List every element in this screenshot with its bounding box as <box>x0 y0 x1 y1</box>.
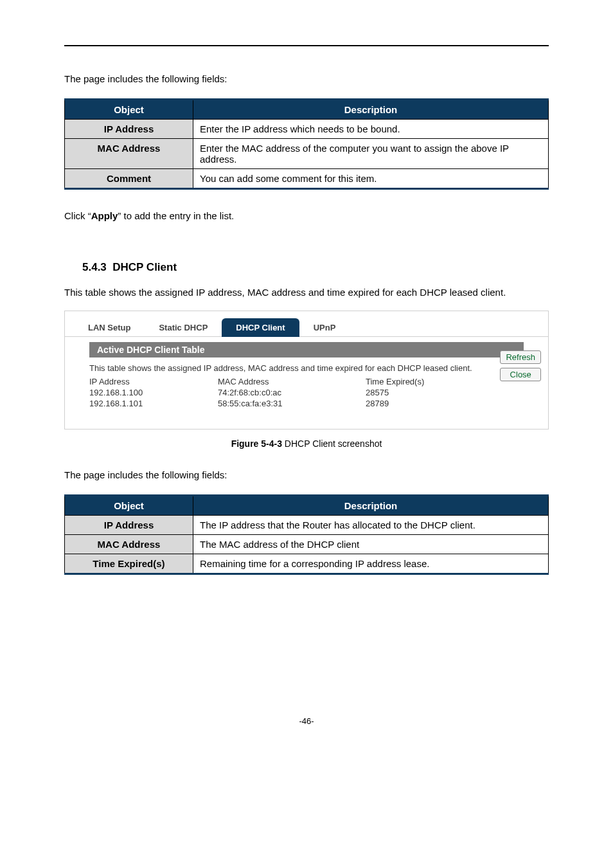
click-suffix: ” to add the entry in the list. <box>118 210 234 221</box>
table2-row1-desc: The MAC address of the DHCP client <box>193 535 549 554</box>
dhcp-table-header: IP Address MAC Address Time Expired(s) <box>89 377 524 386</box>
table1-row0-desc: Enter the IP address which needs to be b… <box>193 120 549 139</box>
table2-row1-object: MAC Address <box>65 535 193 554</box>
section-intro: This table shows the assigned IP address… <box>64 285 549 299</box>
table1-row1-object: MAC Address <box>65 139 193 169</box>
click-prefix: Click “ <box>64 210 91 221</box>
figure-caption: Figure 5-4-3 DHCP Client screenshot <box>64 439 549 449</box>
tab-upnp[interactable]: UPnP <box>299 318 350 337</box>
dhcp-row: 192.168.1.100 74:2f:68:cb:c0:ac 28575 <box>89 388 524 397</box>
section-title: DHCP Client <box>112 261 177 273</box>
panel-title: Active DHCP Client Table <box>89 342 524 357</box>
tab-static-dhcp[interactable]: Static DHCP <box>145 318 222 337</box>
apply-instruction: Click “Apply” to add the entry in the li… <box>64 209 549 222</box>
table2-row2-desc: Remaining time for a corresponding IP ad… <box>193 554 549 574</box>
intro-text-1: The page includes the following fields: <box>64 72 549 86</box>
col-header-time: Time Expired(s) <box>366 377 468 386</box>
dhcp-row: 192.168.1.101 58:55:ca:fa:e3:31 28789 <box>89 399 524 408</box>
table2-row2-object: Time Expired(s) <box>65 554 193 574</box>
refresh-button[interactable]: Refresh <box>500 350 541 364</box>
dhcp-client-screenshot: LAN Setup Static DHCP DHCP Client UPnP A… <box>64 311 549 429</box>
caption-bold: Figure 5-4-3 <box>231 439 282 449</box>
col-header-mac: MAC Address <box>218 377 366 386</box>
table-row: IP Address The IP address that the Route… <box>65 516 549 535</box>
caption-rest: DHCP Client screenshot <box>282 439 382 449</box>
top-rule <box>64 45 549 46</box>
table-row: IP Address Enter the IP address which ne… <box>65 120 549 139</box>
intro-text-2: The page includes the following fields: <box>64 468 549 482</box>
table2-header-object: Object <box>65 496 193 516</box>
dhcp-row0-time: 28575 <box>366 388 468 397</box>
table1-row0-object: IP Address <box>65 120 193 139</box>
panel-desc: This table shows the assigned IP address… <box>89 357 524 375</box>
table2-header-desc: Description <box>193 496 549 516</box>
table1-header-object: Object <box>65 100 193 120</box>
tab-lan-setup[interactable]: LAN Setup <box>74 318 145 337</box>
table-row: Time Expired(s) Remaining time for a cor… <box>65 554 549 574</box>
side-buttons: Refresh Close <box>500 350 541 381</box>
table-row: Comment You can add some comment for thi… <box>65 169 549 189</box>
section-number: 5.4.3 <box>82 261 107 273</box>
col-header-ip: IP Address <box>89 377 218 386</box>
tabs-row: LAN Setup Static DHCP DHCP Client UPnP <box>65 318 548 337</box>
click-bold: Apply <box>91 210 118 221</box>
page-number: -46- <box>64 716 549 726</box>
screenshot-box: LAN Setup Static DHCP DHCP Client UPnP A… <box>64 311 549 429</box>
table-row: MAC Address The MAC address of the DHCP … <box>65 535 549 554</box>
dhcp-row1-mac: 58:55:ca:fa:e3:31 <box>218 399 366 408</box>
table1-row2-object: Comment <box>65 169 193 189</box>
table1-row1-desc: Enter the MAC address of the computer yo… <box>193 139 549 169</box>
table2-row0-desc: The IP address that the Router has alloc… <box>193 516 549 535</box>
dhcp-row1-ip: 192.168.1.101 <box>89 399 218 408</box>
fields-table-1: Object Description IP Address Enter the … <box>64 98 549 190</box>
tab-dhcp-client[interactable]: DHCP Client <box>222 318 299 337</box>
fields-table-2: Object Description IP Address The IP add… <box>64 494 549 575</box>
section-heading: 5.4.3 DHCP Client <box>82 261 549 274</box>
close-button[interactable]: Close <box>500 368 541 381</box>
table2-row0-object: IP Address <box>65 516 193 535</box>
table1-row2-desc: You can add some comment for this item. <box>193 169 549 189</box>
dhcp-row0-mac: 74:2f:68:cb:c0:ac <box>218 388 366 397</box>
dhcp-row1-time: 28789 <box>366 399 468 408</box>
dhcp-row0-ip: 192.168.1.100 <box>89 388 218 397</box>
table1-header-desc: Description <box>193 100 549 120</box>
table-row: MAC Address Enter the MAC address of the… <box>65 139 549 169</box>
